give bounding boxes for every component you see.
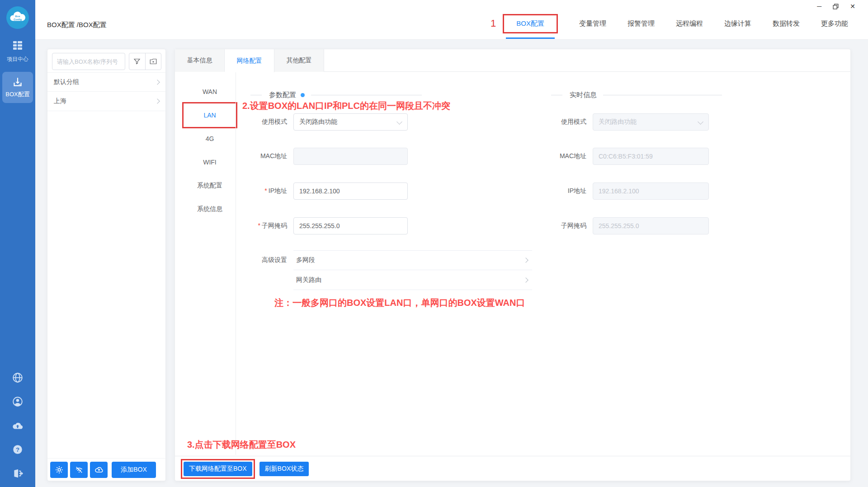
side-tab-system-config[interactable]: 系统配置 <box>184 174 236 197</box>
form-row-usage-mode: 使用模式 关闭路由功能 <box>234 113 408 131</box>
field-label: *IP地址 <box>234 187 293 195</box>
rt-row-ip: IP地址 <box>528 183 709 200</box>
box-panel-footer: 添加BOX <box>47 458 165 481</box>
rt-row-mac: MAC地址 <box>528 148 709 165</box>
svg-text:?: ? <box>16 446 19 453</box>
group-label: 默认分组 <box>54 78 79 86</box>
help-icon[interactable]: ? <box>12 444 24 455</box>
usage-mode-select[interactable]: 关闭路由功能 <box>293 113 408 131</box>
wifi-off-icon <box>75 465 84 474</box>
filter-funnel-icon <box>133 57 141 66</box>
tab-other-config[interactable]: 其他配置 <box>274 49 324 72</box>
rt-row-usage-mode: 使用模式 关闭路由功能 <box>528 113 709 131</box>
svg-text:Box: Box <box>15 15 21 18</box>
group-row-shanghai[interactable]: 上海 <box>47 92 165 111</box>
group-row-default[interactable]: 默认分组 <box>47 72 165 92</box>
chevron-right-icon <box>523 258 528 262</box>
box-list-tools <box>129 53 161 70</box>
param-config-header: 参数配置 <box>250 91 422 99</box>
network-status-button[interactable] <box>70 462 88 478</box>
box-search-input[interactable] <box>52 53 125 70</box>
main-content-card: 基本信息 网络配置 其他配置 WAN LAN 4G WIFI 系统配置 系统信息… <box>175 49 851 481</box>
nav-tab-more-functions[interactable]: 更多功能 <box>821 19 848 28</box>
advanced-settings-label: 高级设置 <box>234 256 293 264</box>
refresh-box-status-button[interactable]: 刷新BOX状态 <box>259 462 309 476</box>
minimize-button[interactable]: ─ <box>817 3 821 9</box>
advanced-settings-list: 多网段 网关路由 <box>293 250 532 290</box>
group-label: 上海 <box>54 97 66 105</box>
settings-button[interactable] <box>50 462 68 478</box>
add-box-button[interactable]: 添加BOX <box>112 462 156 478</box>
status-dot <box>301 93 305 97</box>
side-tab-lan[interactable]: LAN <box>184 103 236 127</box>
breadcrumb: BOX配置 /BOX配置 <box>47 21 107 29</box>
config-tabbar: 基本信息 网络配置 其他配置 <box>175 49 850 72</box>
subnet-mask-input[interactable] <box>293 217 408 234</box>
side-tab-wifi[interactable]: WIFI <box>184 150 236 174</box>
field-label: MAC地址 <box>234 152 293 160</box>
sidebar-bottom-icons: ? <box>0 372 35 479</box>
annotation-step2: 2.设置BOX的LAN口IP和PLC的在同一网段且不冲突 <box>242 100 450 112</box>
exit-icon[interactable] <box>12 468 24 479</box>
top-nav: 1 BOX配置 变量管理 报警管理 远程编程 边缘计算 数据转发 更多功能 <box>491 14 848 33</box>
form-row-ip: *IP地址 <box>234 183 408 200</box>
annotation-highlight-box: 下载网络配置至BOX <box>181 459 255 479</box>
app-logo[interactable]: Box Config <box>6 6 29 29</box>
sidebar-item-box-config[interactable]: BOX配置 <box>2 72 33 103</box>
cloud-arrow-icon <box>94 465 104 474</box>
sidebar-item-label: 项目中心 <box>0 56 35 63</box>
rt-row-subnet: 子网掩码 <box>528 217 709 234</box>
realtime-info-header: 实时信息 <box>551 91 722 99</box>
tab-network-config[interactable]: 网络配置 <box>225 49 274 72</box>
field-label: 使用模式 <box>234 118 293 126</box>
side-tab-4g[interactable]: 4G <box>184 127 236 150</box>
field-label: *子网掩码 <box>234 222 293 230</box>
user-icon[interactable] <box>12 396 24 407</box>
cloud-sync-button[interactable] <box>90 462 108 478</box>
rt-usage-mode-select: 关闭路由功能 <box>593 113 709 131</box>
footer-divider <box>175 456 850 456</box>
app-window: Box Config 项目中心 BOX配置 <box>0 0 868 487</box>
folder-plus-icon <box>149 57 157 66</box>
annotation-step1-marker: 1 <box>491 18 496 29</box>
nav-tab-data-forwarding[interactable]: 数据转发 <box>773 19 800 28</box>
close-button[interactable]: ✕ <box>850 3 855 9</box>
tab-basic-info[interactable]: 基本信息 <box>175 49 225 72</box>
annotation-note: 注：一般多网口的BOX设置LAN口，单网口的BOX设置WAN口 <box>274 297 525 309</box>
chevron-right-icon <box>155 98 160 103</box>
globe-icon[interactable] <box>12 372 24 384</box>
box-group-list: 默认分组 上海 <box>47 72 165 111</box>
sidebar-item-project-center[interactable]: 项目中心 <box>0 40 35 63</box>
field-label: IP地址 <box>528 187 593 195</box>
add-group-button[interactable] <box>146 53 161 70</box>
window-controls: ─ ✕ <box>817 3 855 9</box>
top-header: BOX配置 /BOX配置 ─ ✕ 1 BOX配置 变量管理 报警管理 远程编程 … <box>35 0 868 40</box>
field-label: 使用模式 <box>528 118 593 126</box>
section-title: 实时信息 <box>570 91 597 99</box>
side-tab-wan[interactable]: WAN <box>184 80 236 103</box>
box-list-panel: 默认分组 上海 <box>47 49 166 481</box>
svg-text:Config: Config <box>14 18 22 21</box>
advanced-row-multi-segment[interactable]: 多网段 <box>293 250 532 270</box>
sidebar: Box Config 项目中心 BOX配置 <box>0 0 35 487</box>
nav-tab-remote-programming[interactable]: 远程编程 <box>676 19 703 28</box>
download-network-config-button[interactable]: 下载网络配置至BOX <box>184 462 252 476</box>
restore-button[interactable] <box>833 4 839 9</box>
nav-tab-alarm-mgmt[interactable]: 报警管理 <box>627 19 655 28</box>
project-grid-icon <box>12 40 24 51</box>
nav-tab-box-config[interactable]: BOX配置 <box>503 14 558 33</box>
download-icon <box>12 76 24 88</box>
ip-address-input[interactable] <box>293 183 408 200</box>
rt-ip-address-value <box>593 183 709 200</box>
nav-tab-edge-computing[interactable]: 边缘计算 <box>724 19 751 28</box>
field-label: MAC地址 <box>528 152 593 160</box>
network-side-tabs: WAN LAN 4G WIFI 系统配置 系统信息 <box>184 80 236 221</box>
side-tab-system-info[interactable]: 系统信息 <box>184 197 236 221</box>
cloud-logo-icon: Box Config <box>6 6 29 29</box>
filter-button[interactable] <box>129 53 146 70</box>
cloud-upload-icon[interactable] <box>12 420 24 431</box>
form-row-mac: MAC地址 <box>234 148 408 165</box>
advanced-row-gateway-route[interactable]: 网关路由 <box>293 270 532 290</box>
nav-tab-variable-mgmt[interactable]: 变量管理 <box>579 19 606 28</box>
mac-address-input <box>293 148 408 165</box>
